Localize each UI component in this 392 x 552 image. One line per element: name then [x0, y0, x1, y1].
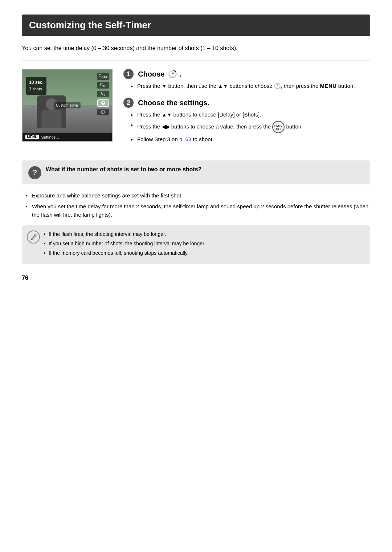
- custom-timer-label: Custom Timer: [54, 102, 81, 109]
- note-bullets-list: If the flash fires, the shooting interva…: [44, 230, 364, 257]
- note-pencil-icon: [27, 230, 40, 244]
- func-set-button: FUNCSET: [272, 121, 285, 133]
- icon-off: COFF: [97, 73, 109, 80]
- note-bullet-2: If you set a high number of shots, the s…: [44, 240, 364, 248]
- timer-overlay: 10 sec. 3 shots: [26, 77, 46, 95]
- camera-image: 10 sec. 3 shots COFF C10 C2 🕐 ⏱ Custom T…: [22, 69, 113, 142]
- step1-icon: 🕑̀: [168, 70, 177, 78]
- steps-content: 1 Choose 🕑̀ . Press the ▼ button, then u…: [123, 69, 370, 151]
- icon-custom-selected: 🕐: [97, 99, 109, 107]
- step-1-block: 1 Choose 🕑̀ . Press the ▼ button, then u…: [123, 69, 370, 90]
- step-1-bullets: Press the ▼ button, then use the ▲▼ butt…: [123, 82, 370, 90]
- settings-label: Settings...: [41, 135, 59, 139]
- note-bullet-1: If the flash fires, the shooting interva…: [44, 230, 364, 238]
- arrows-updown-icon: ▲▼: [218, 82, 228, 90]
- step-2-bullet-3: Follow Step 3 on p. 63 to shoot.: [131, 135, 370, 144]
- step-2-number: 2: [123, 98, 134, 108]
- step-2-bullet-1: Press the ▲▼ buttons to choose [Delay] o…: [131, 111, 370, 119]
- note-box: If the flash fires, the shooting interva…: [22, 225, 370, 264]
- timer-value: 10 sec.: [29, 79, 44, 86]
- menu-inline: MENU: [320, 82, 336, 90]
- page-title: Customizing the Self-Timer: [29, 20, 151, 30]
- question-icon: ?: [28, 166, 41, 179]
- camera-icons: COFF C10 C2 🕐 ⏱: [97, 73, 109, 115]
- section-divider: [22, 61, 370, 61]
- step-2-block: 2 Choose the settings. Press the ▲▼ butt…: [123, 98, 370, 144]
- camera-bottom-bar: MENU Settings...: [23, 133, 112, 141]
- step-1-title: Choose 🕑̀ .: [138, 70, 181, 78]
- arrows-leftright-icon: ◀▶: [162, 123, 170, 131]
- step-2-bullet-2: Press the ◀▶ buttons to choose a value, …: [131, 121, 370, 133]
- arrow-down-icon: ▼: [162, 82, 167, 90]
- step-2-bullets: Press the ▲▼ buttons to choose [Delay] o…: [123, 111, 370, 144]
- pencil-svg: [27, 230, 40, 244]
- question-box: ? What if the number of shots is set to …: [22, 160, 370, 184]
- info-bullets-list: Exposure and white balance settings are …: [22, 192, 370, 219]
- icon-2: C2: [97, 91, 109, 97]
- intro-text: You can set the time delay (0 – 30 secon…: [22, 44, 370, 53]
- camera-screen: 10 sec. 3 shots COFF C10 C2 🕐 ⏱ Custom T…: [23, 70, 112, 141]
- step-1-bullet-1: Press the ▼ button, then use the ▲▼ butt…: [131, 82, 370, 90]
- info-bullet-2: When you set the time delay for more tha…: [25, 203, 370, 219]
- steps-section: 10 sec. 3 shots COFF C10 C2 🕐 ⏱ Custom T…: [22, 69, 370, 151]
- info-bullet-1: Exposure and white balance settings are …: [25, 192, 370, 200]
- menu-label: MENU: [25, 135, 39, 139]
- arrows-updown-2-icon: ▲▼: [162, 111, 172, 119]
- page-link[interactable]: p. 63: [179, 136, 191, 142]
- icon-10: C10: [97, 82, 109, 89]
- note-bullet-3: If the memory card becomes full, shootin…: [44, 249, 364, 257]
- step-1-number: 1: [123, 69, 134, 79]
- page-number: 76: [22, 275, 370, 281]
- shots-value: 3 shots: [29, 86, 44, 93]
- step-2-title: Choose the settings.: [138, 98, 209, 106]
- title-bar: Customizing the Self-Timer: [22, 15, 370, 36]
- icon-custom2: ⏱: [97, 109, 109, 115]
- question-text: What if the number of shots is set to tw…: [46, 165, 201, 173]
- step1-icon2: 🕒: [274, 83, 281, 89]
- step1-title-dot: .: [179, 70, 181, 78]
